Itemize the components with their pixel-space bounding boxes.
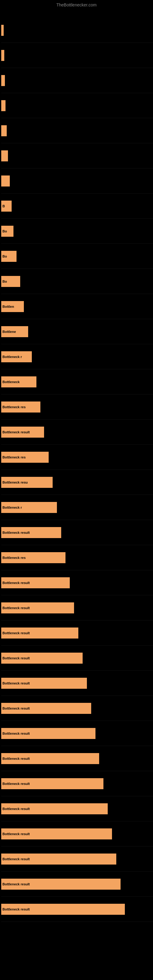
chart-row-28: Bottleneck result [1, 696, 153, 721]
bar-1 [1, 25, 4, 36]
bar-8: B [1, 200, 12, 212]
bar-label-26: Bottleneck result [2, 656, 30, 660]
chart-row-22: Bottleneck res [1, 545, 153, 570]
chart-area: BBoBoBoBottlenBottleneBottleneck rBottle… [0, 9, 153, 922]
bar-label-36: Bottleneck result [2, 907, 30, 911]
chart-row-25: Bottleneck result [1, 620, 153, 646]
bar-label-19: Bottleneck resu [2, 480, 28, 484]
chart-row-36: Bottleneck result [1, 897, 153, 922]
bar-9: Bo [1, 226, 13, 237]
bar-15: Bottleneck [1, 376, 37, 387]
chart-row-23: Bottleneck result [1, 570, 153, 595]
chart-row-1 [1, 18, 153, 43]
bar-label-28: Bottleneck result [2, 706, 30, 710]
bar-36: Bottleneck result [1, 904, 125, 915]
bar-label-25: Bottleneck result [2, 631, 30, 635]
bar-label-35: Bottleneck result [2, 882, 30, 886]
chart-row-33: Bottleneck result [1, 821, 153, 846]
bar-label-23: Bottleneck result [2, 581, 30, 585]
bar-label-30: Bottleneck result [2, 757, 30, 760]
bar-10: Bo [1, 251, 16, 262]
bar-20: Bottleneck r [1, 502, 57, 513]
chart-row-20: Bottleneck r [1, 495, 153, 520]
chart-row-27: Bottleneck result [1, 671, 153, 696]
bar-label-24: Bottleneck result [2, 606, 30, 610]
bar-16: Bottleneck res [1, 401, 40, 412]
bar-label-27: Bottleneck result [2, 681, 30, 685]
bar-3 [1, 75, 5, 86]
bar-34: Bottleneck result [1, 854, 116, 865]
chart-row-19: Bottleneck resu [1, 470, 153, 495]
chart-row-8: B [1, 194, 153, 219]
bar-26: Bottleneck result [1, 652, 83, 663]
bar-13: Bottlene [1, 326, 28, 337]
bar-21: Bottleneck result [1, 527, 61, 538]
bar-label-8: B [2, 204, 5, 208]
bar-label-17: Bottleneck result [2, 430, 30, 434]
bar-29: Bottleneck result [1, 728, 96, 739]
chart-row-31: Bottleneck result [1, 771, 153, 796]
bar-31: Bottleneck result [1, 778, 104, 789]
chart-row-17: Bottleneck result [1, 420, 153, 445]
chart-row-14: Bottleneck r [1, 344, 153, 369]
chart-row-7 [1, 169, 153, 194]
site-title: TheBottlenecker.com [0, 0, 153, 9]
bar-23: Bottleneck result [1, 577, 70, 588]
chart-row-15: Bottleneck [1, 369, 153, 395]
chart-row-10: Bo [1, 244, 153, 269]
chart-row-35: Bottleneck result [1, 872, 153, 897]
chart-row-34: Bottleneck result [1, 846, 153, 872]
bar-label-33: Bottleneck result [2, 832, 30, 836]
chart-row-3 [1, 68, 153, 93]
bar-7 [1, 175, 10, 186]
bar-14: Bottleneck r [1, 351, 32, 362]
bar-2 [1, 50, 4, 61]
bar-11: Bo [1, 276, 20, 287]
chart-row-29: Bottleneck result [1, 721, 153, 746]
bar-18: Bottleneck res [1, 452, 49, 463]
bar-label-20: Bottleneck r [2, 506, 22, 509]
bar-label-10: Bo [2, 255, 7, 258]
bar-30: Bottleneck result [1, 753, 99, 764]
bar-label-31: Bottleneck result [2, 782, 30, 786]
chart-row-24: Bottleneck result [1, 595, 153, 620]
bar-17: Bottleneck result [1, 426, 44, 438]
bar-label-34: Bottleneck result [2, 857, 30, 861]
chart-row-21: Bottleneck result [1, 520, 153, 545]
chart-row-9: Bo [1, 219, 153, 244]
bar-label-15: Bottleneck [2, 380, 19, 384]
chart-row-32: Bottleneck result [1, 796, 153, 821]
bar-label-12: Bottlen [2, 305, 14, 309]
bar-22: Bottleneck res [1, 552, 65, 563]
chart-row-6 [1, 143, 153, 169]
bar-label-13: Bottlene [2, 330, 16, 334]
bar-label-9: Bo [2, 229, 7, 233]
chart-row-5 [1, 118, 153, 143]
chart-row-13: Bottlene [1, 319, 153, 344]
bar-label-22: Bottleneck res [2, 556, 26, 560]
bar-5 [1, 125, 7, 136]
bar-4 [1, 100, 5, 111]
chart-row-4 [1, 93, 153, 118]
chart-row-26: Bottleneck result [1, 646, 153, 671]
bar-25: Bottleneck result [1, 627, 78, 638]
bar-label-16: Bottleneck res [2, 405, 26, 409]
chart-row-18: Bottleneck res [1, 445, 153, 470]
bar-32: Bottleneck result [1, 803, 108, 814]
bar-label-14: Bottleneck r [2, 355, 22, 359]
chart-row-11: Bo [1, 269, 153, 294]
chart-row-16: Bottleneck res [1, 395, 153, 420]
bar-35: Bottleneck result [1, 879, 121, 890]
bar-33: Bottleneck result [1, 829, 112, 840]
bar-12: Bottlen [1, 301, 24, 312]
bar-19: Bottleneck resu [1, 477, 53, 488]
bar-27: Bottleneck result [1, 678, 87, 689]
bar-label-29: Bottleneck result [2, 732, 30, 735]
chart-row-30: Bottleneck result [1, 746, 153, 771]
site-header: TheBottlenecker.com [0, 0, 153, 9]
chart-row-2 [1, 43, 153, 68]
bar-24: Bottleneck result [1, 602, 74, 613]
bar-6 [1, 150, 8, 161]
bar-label-11: Bo [2, 280, 7, 283]
bar-28: Bottleneck result [1, 703, 91, 714]
